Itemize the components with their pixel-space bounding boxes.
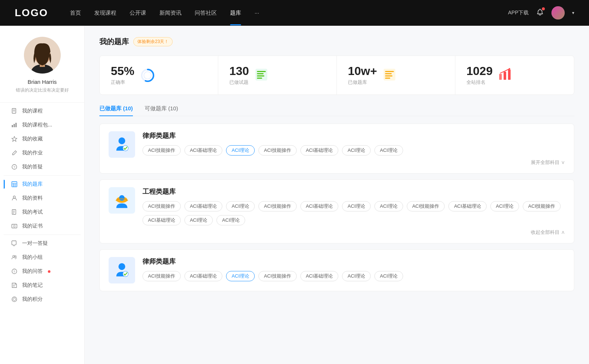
eng-tag-1[interactable]: ACI基础理论 bbox=[184, 201, 223, 211]
stat-done-questions: 130 已做试题 bbox=[218, 56, 337, 94]
svg-text:?: ? bbox=[13, 270, 15, 274]
svg-rect-23 bbox=[12, 224, 17, 228]
sidebar-item-my-course-pkg[interactable]: 我的课程包... bbox=[4, 118, 81, 132]
nav-news[interactable]: 新闻资讯 bbox=[159, 10, 181, 17]
nav-discover[interactable]: 发现课程 bbox=[94, 10, 116, 17]
avatar-dropdown-chevron[interactable]: ▾ bbox=[572, 10, 574, 15]
nav-qa[interactable]: 问答社区 bbox=[195, 10, 217, 17]
points-icon bbox=[11, 296, 18, 303]
stat-done-banks-value: 10w+ bbox=[348, 65, 377, 78]
svg-point-25 bbox=[13, 256, 15, 257]
svg-rect-40 bbox=[257, 78, 262, 79]
page-header: 我的题库 体验剩余23天！ bbox=[99, 37, 574, 47]
eng-tag-9[interactable]: ACI理论 bbox=[490, 201, 519, 211]
eng-tag-5[interactable]: ACI理论 bbox=[342, 201, 371, 211]
l2-tag-5[interactable]: ACI理论 bbox=[342, 271, 371, 281]
sidebar-label-my-qbank: 我的题库 bbox=[22, 181, 43, 188]
navbar-right: APP下载 ▾ bbox=[508, 6, 574, 19]
sidebar-label-my-favorites: 我的收藏 bbox=[22, 136, 43, 142]
sidebar-item-my-profile[interactable]: 我的资料 bbox=[4, 191, 81, 205]
notification-bell[interactable] bbox=[536, 8, 544, 18]
qbank-tag-6[interactable]: ACI理论 bbox=[374, 145, 403, 156]
eng-tag-4[interactable]: ACI基础理论 bbox=[300, 201, 339, 211]
sidebar-item-one-on-one[interactable]: 一对一答疑 bbox=[4, 236, 81, 250]
qbank-tag-4[interactable]: ACI基础理论 bbox=[300, 145, 339, 156]
app-download-button[interactable]: APP下载 bbox=[508, 10, 529, 16]
stat-accuracy-info: 55% 正确率 bbox=[111, 65, 134, 86]
eng-tag-8[interactable]: ACI基础理论 bbox=[448, 201, 487, 211]
l2-tag-1[interactable]: ACI基础理论 bbox=[184, 271, 223, 281]
l2-tag-3[interactable]: ACI技能操作 bbox=[258, 271, 297, 281]
navbar: LOGO 首页 发现课程 公开课 新闻资讯 问答社区 题库 ··· APP下载 … bbox=[0, 0, 589, 26]
main-content: 我的题库 体验剩余23天！ 55% 正确率 bbox=[85, 26, 589, 364]
l2-tag-2[interactable]: ACI理论 bbox=[226, 271, 255, 281]
qbank-expand-engineer-1[interactable]: 收起全部科目 ∧ bbox=[142, 229, 565, 236]
eng-tag-13[interactable]: ACI理论 bbox=[216, 215, 245, 225]
note-icon bbox=[11, 282, 18, 289]
eng-tag-7[interactable]: ACI技能操作 bbox=[407, 201, 445, 211]
eng-tag-12[interactable]: ACI理论 bbox=[184, 215, 213, 225]
qbank-card-lawyer-1: 律师类题库 ACI技能操作 ACI基础理论 ACI理论 ACI技能操作 ACI基… bbox=[99, 124, 574, 174]
l2-tag-4[interactable]: ACI基础理论 bbox=[300, 271, 339, 281]
svg-rect-43 bbox=[385, 73, 392, 74]
page-title: 我的题库 bbox=[99, 37, 129, 47]
navbar-avatar[interactable] bbox=[551, 6, 565, 19]
svg-rect-47 bbox=[504, 72, 506, 80]
qbank-tabs: 已做题库 (10) 可做题库 (10) bbox=[99, 105, 574, 116]
sidebar-avatar bbox=[24, 37, 61, 74]
user-motto: 错误的决定比没有决定要好 bbox=[8, 87, 76, 93]
question-circle-icon: ? bbox=[11, 164, 18, 170]
sidebar-item-my-courses[interactable]: 我的课程 bbox=[4, 104, 81, 118]
tab-done-banks[interactable]: 已做题库 (10) bbox=[99, 105, 133, 116]
l2-tag-6[interactable]: ACI理论 bbox=[374, 271, 403, 281]
eng-tag-0[interactable]: ACI技能操作 bbox=[142, 201, 181, 211]
sidebar-item-my-exam[interactable]: 我的考试 bbox=[4, 205, 81, 219]
l2-tag-0[interactable]: ACI技能操作 bbox=[142, 271, 181, 281]
svg-rect-13 bbox=[12, 182, 17, 187]
nav-more[interactable]: ··· bbox=[254, 10, 259, 17]
nav-home[interactable]: 首页 bbox=[70, 10, 81, 17]
qbank-card-lawyer-2: 律师类题库 ACI技能操作 ACI基础理论 ACI理论 ACI技能操作 ACI基… bbox=[99, 249, 574, 291]
sidebar-item-my-questions[interactable]: ? 我的答疑 bbox=[4, 160, 81, 174]
eng-tag-2[interactable]: ACI理论 bbox=[226, 201, 255, 211]
eng-tag-11[interactable]: ACI基础理论 bbox=[142, 215, 181, 225]
table-icon bbox=[11, 181, 18, 188]
sidebar-item-my-favorites[interactable]: 我的收藏 bbox=[4, 132, 81, 146]
sidebar-item-my-cert[interactable]: 我的证书 bbox=[4, 219, 81, 233]
qbank-tag-2[interactable]: ACI理论 bbox=[226, 145, 255, 156]
profile-icon bbox=[11, 195, 18, 201]
svg-rect-36 bbox=[255, 69, 267, 81]
qbank-expand-lawyer-1[interactable]: 展开全部科目 ∨ bbox=[142, 159, 565, 166]
sidebar-label-my-points: 我的积分 bbox=[22, 296, 43, 303]
eng-tag-10[interactable]: ACI技能操作 bbox=[523, 201, 561, 211]
qbank-icon-engineer-1 bbox=[109, 187, 135, 214]
tab-available-banks[interactable]: 可做题库 (10) bbox=[145, 105, 178, 116]
sidebar-item-my-points[interactable]: 我的积分 bbox=[4, 292, 81, 306]
stat-done-banks-label: 已做题库 bbox=[348, 79, 377, 86]
svg-rect-9 bbox=[15, 123, 17, 127]
svg-point-51 bbox=[119, 138, 124, 143]
sidebar-item-my-homework[interactable]: 我的作业 bbox=[4, 146, 81, 160]
navbar-nav: 首页 发现课程 公开课 新闻资讯 问答社区 题库 ··· bbox=[70, 10, 508, 17]
stat-done-questions-info: 130 已做试题 bbox=[229, 65, 249, 86]
eng-tag-3[interactable]: ACI技能操作 bbox=[258, 201, 297, 211]
qbank-tag-0[interactable]: ACI技能操作 bbox=[142, 145, 181, 156]
svg-rect-41 bbox=[384, 69, 395, 81]
sidebar-item-my-notes[interactable]: 我的笔记 bbox=[4, 278, 81, 292]
stat-done-banks-icon bbox=[383, 68, 398, 83]
qbank-tag-1[interactable]: ACI基础理论 bbox=[184, 145, 223, 156]
nav-qbank[interactable]: 题库 bbox=[230, 10, 241, 17]
svg-point-31 bbox=[12, 297, 17, 302]
svg-rect-38 bbox=[257, 73, 264, 74]
qbank-tag-5[interactable]: ACI理论 bbox=[342, 145, 371, 156]
svg-rect-42 bbox=[385, 71, 394, 72]
qbank-tag-3[interactable]: ACI技能操作 bbox=[258, 145, 297, 156]
eng-tag-6[interactable]: ACI理论 bbox=[374, 201, 403, 211]
svg-point-35 bbox=[144, 72, 151, 79]
sidebar-label-my-homework: 我的作业 bbox=[22, 150, 43, 156]
nav-open-course[interactable]: 公开课 bbox=[130, 10, 146, 17]
sidebar-item-my-group[interactable]: 我的小组 bbox=[4, 250, 81, 264]
notification-dot bbox=[542, 7, 545, 10]
sidebar-item-my-qbank[interactable]: 我的题库 bbox=[4, 177, 81, 191]
sidebar-item-my-answers[interactable]: ? 我的问答 bbox=[4, 264, 81, 278]
